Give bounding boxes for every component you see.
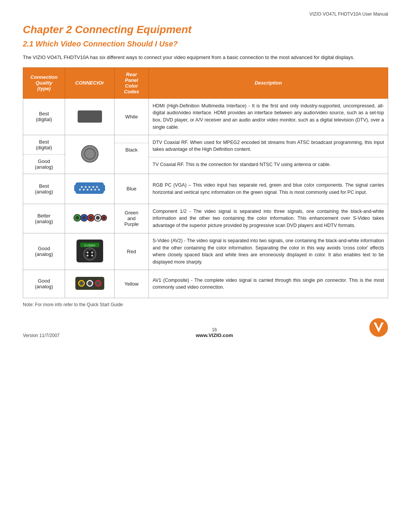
table-row: Best(analog) <box>23 174 388 204</box>
svg-point-24 <box>91 189 92 190</box>
svg-rect-53 <box>89 249 91 251</box>
quality-cell: Better(analog) <box>23 204 65 233</box>
quality-cell: Best(digital) <box>23 98 65 135</box>
svg-point-43 <box>103 217 104 219</box>
svg-rect-7 <box>92 114 94 119</box>
desc-cell: DTV Coaxial RF. When used for MPEG2 enco… <box>149 135 388 174</box>
quality-cell: Good(analog) <box>23 270 65 298</box>
svg-rect-9 <box>97 114 99 119</box>
svg-text:S-VIDEO: S-VIDEO <box>84 244 95 247</box>
footer-website: www.VIZIO.com <box>196 332 233 338</box>
vizio-logo-icon <box>369 318 388 337</box>
color-cell: Blue <box>115 174 149 204</box>
svg-point-51 <box>86 254 88 256</box>
note-text: Note: For more info refer to the Quick S… <box>23 302 388 307</box>
connector-cell-hdmi <box>65 98 115 135</box>
desc-cell: RGB PC (VGA) – This video input has sepa… <box>149 174 388 204</box>
svg-point-40 <box>97 217 99 219</box>
svg-rect-27 <box>74 185 77 191</box>
page-header: VIZIO VO47L FHDTV10A User Manual <box>23 11 388 17</box>
table-header-row: ConnectionQuality(type) CONNECtOr RearPa… <box>23 67 388 98</box>
vga-icon <box>73 178 106 199</box>
desc-cell: HDMI (High-Definition Multimedia Interfa… <box>149 98 388 135</box>
svg-point-18 <box>89 186 91 188</box>
composite-icon <box>75 274 105 293</box>
svg-point-57 <box>80 282 82 284</box>
svg-rect-28 <box>102 185 105 191</box>
svg-point-64 <box>370 318 388 337</box>
svg-rect-4 <box>84 114 86 119</box>
svg-rect-3 <box>81 114 83 119</box>
footer-page: 16 <box>196 327 233 332</box>
svg-point-63 <box>97 282 99 284</box>
table-row: Best(digital) White HDMI ( <box>23 98 388 135</box>
footer-logo <box>369 318 388 338</box>
color-cell: Yellow <box>115 270 149 298</box>
desc-cell: Component 1/2 - The video signal is sepa… <box>149 204 388 233</box>
footer: Version 11/7/2007 16 www.VIZIO.com <box>23 318 388 338</box>
desc-cell: S-Video (AV2) - The video signal is sepa… <box>149 233 388 270</box>
chapter-title: Chapter 2 Connecting Equipment <box>23 24 388 36</box>
th-description: Description <box>149 67 388 98</box>
connector-cell-coax <box>65 135 115 174</box>
th-connector: CONNECtOr <box>65 67 115 98</box>
svg-point-34 <box>83 217 85 219</box>
svg-point-37 <box>90 217 92 219</box>
th-color: RearPanelColorCodes <box>115 67 149 98</box>
svg-point-26 <box>98 189 100 190</box>
component-icon <box>73 208 107 227</box>
svg-rect-15 <box>77 184 102 192</box>
coax-icon <box>75 143 105 164</box>
quality-cell: Best(analog) <box>23 174 65 204</box>
svideo-icon: S-VIDEO <box>76 240 103 262</box>
connector-cell-vga <box>65 174 115 204</box>
svg-point-25 <box>94 189 96 190</box>
svg-point-13 <box>89 153 91 155</box>
footer-version: Version 11/7/2007 <box>23 333 60 338</box>
section-title: 2.1 Which Video Connection Should I Use? <box>23 40 388 48</box>
desc-cell: AV1 (Composite) - The complete video sig… <box>149 270 388 298</box>
svg-rect-6 <box>89 114 91 119</box>
color-cell: Black <box>115 135 149 174</box>
svg-point-50 <box>91 251 93 253</box>
svg-point-23 <box>87 189 89 190</box>
svg-point-20 <box>96 186 98 188</box>
quality-cell: Best(digital) Good(analog) <box>23 135 65 174</box>
hdmi-icon <box>75 107 105 126</box>
svg-point-19 <box>92 186 94 188</box>
svg-point-21 <box>79 189 81 190</box>
table-row: Good(analog) S-VIDEO <box>23 233 388 270</box>
color-cell: Red <box>115 233 149 270</box>
quality-cell: Good(analog) <box>23 233 65 270</box>
svg-point-16 <box>81 186 83 188</box>
connector-cell-component <box>65 204 115 233</box>
svg-point-31 <box>76 217 78 219</box>
svg-point-49 <box>86 251 88 253</box>
svg-point-60 <box>89 282 91 284</box>
table-row: Better(analog) <box>23 204 388 233</box>
footer-center: 16 www.VIZIO.com <box>196 327 233 338</box>
color-cell: White <box>115 98 149 135</box>
connection-table: ConnectionQuality(type) CONNECtOr RearPa… <box>23 67 388 298</box>
table-row: Best(digital) Good(analog) Black DTV Coa… <box>23 135 388 174</box>
color-cell: GreenandPurple <box>115 204 149 233</box>
svg-point-52 <box>91 254 93 256</box>
th-quality: ConnectionQuality(type) <box>23 67 65 98</box>
svg-rect-5 <box>87 114 88 119</box>
svg-point-22 <box>83 189 85 190</box>
table-row: Good(analog) <box>23 270 388 298</box>
connector-cell-composite <box>65 270 115 298</box>
svg-point-17 <box>85 186 87 188</box>
intro-text: The VIZIO VO47L FHDTV10A has six differe… <box>23 54 388 61</box>
svg-rect-8 <box>95 114 96 119</box>
connector-cell-svideo: S-VIDEO <box>65 233 115 270</box>
